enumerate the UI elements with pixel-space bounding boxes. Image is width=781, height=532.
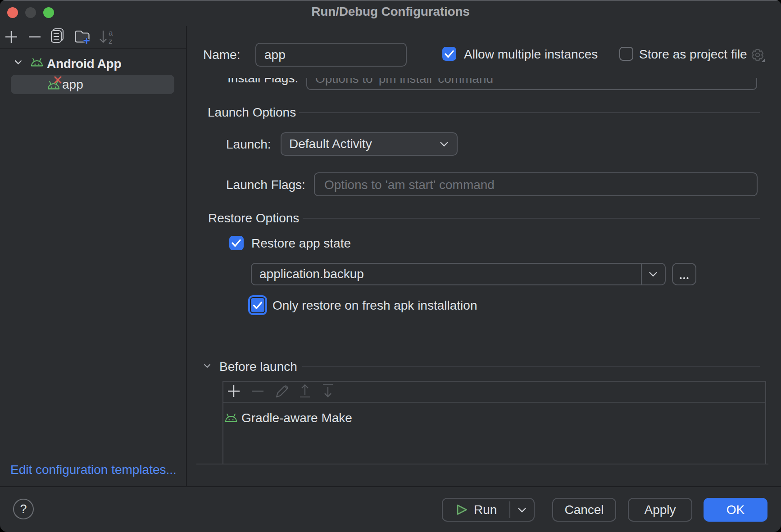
- svg-text:z: z: [109, 37, 113, 45]
- svg-text:a: a: [109, 29, 113, 37]
